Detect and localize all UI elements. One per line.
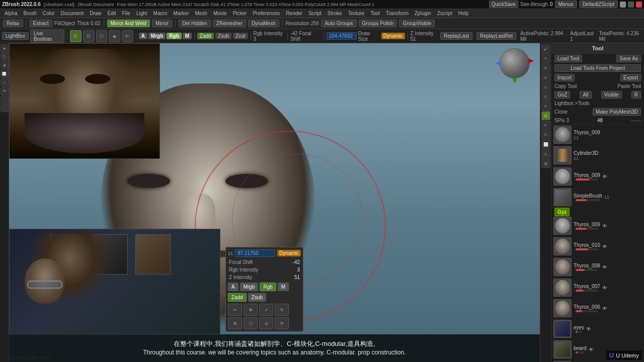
menu-item-zscript[interactable]: Zscript: [435, 10, 455, 17]
load-tool-btn[interactable]: Load Tool: [554, 55, 582, 62]
menu-item-marker[interactable]: Marker: [171, 10, 191, 17]
popup-mrgb-btn[interactable]: Mrgb: [240, 283, 259, 291]
load-from-proj-btn[interactable]: Load Tools From Project: [554, 64, 641, 72]
menu-item-color[interactable]: Color: [40, 10, 57, 17]
popup-extra-3[interactable]: ◎: [259, 317, 273, 329]
popup-extra-1[interactable]: ⊞: [228, 317, 242, 329]
zadd-btn[interactable]: Zadd: [197, 33, 214, 39]
ri-scroll[interactable]: ≡: [541, 54, 550, 63]
zremesher-btn[interactable]: ZRemesher: [213, 20, 246, 27]
ri-floor[interactable]: F: [541, 121, 550, 130]
relax-btn[interactable]: Relax: [3, 20, 23, 27]
menu-item-draw[interactable]: Draw: [87, 10, 104, 17]
menu-item-picker[interactable]: Picker: [230, 10, 250, 17]
goz-btn[interactable]: GoZ: [554, 91, 570, 99]
menu-item-transform[interactable]: Transform: [383, 10, 411, 17]
rotate-icon[interactable]: ↻: [122, 30, 133, 42]
beard-vis[interactable]: 👁: [589, 347, 594, 352]
menus-btn[interactable]: Menus: [555, 1, 577, 8]
frp-thyros-006[interactable]: Thyros_006 👁: [551, 298, 644, 319]
thyros-010-vis[interactable]: 👁: [602, 244, 607, 249]
menu-item-preferences[interactable]: Preferences: [250, 10, 282, 17]
popup-extra-4[interactable]: ⟳: [275, 317, 289, 329]
left-tool-8[interactable]: ↓: [1, 104, 9, 112]
frp-thyros-009c[interactable]: Thyros_009 👁: [551, 216, 644, 236]
replay-lastrel-btn[interactable]: ReplayLastRel: [476, 32, 516, 40]
thyros-006-vis[interactable]: 👁: [602, 306, 607, 311]
thyros-007b-vis[interactable]: 👁: [602, 285, 607, 291]
ri-gyz[interactable]: G: [541, 111, 550, 120]
left-tool-4[interactable]: ⬜: [1, 70, 9, 78]
eyes-vis[interactable]: 👁: [586, 326, 591, 332]
menu-item-help[interactable]: Help: [456, 10, 471, 17]
frp-thyros-007b[interactable]: Thyros_007 👁: [551, 278, 644, 298]
left-tool-6[interactable]: ⊞: [1, 87, 9, 95]
frp-thyros-008[interactable]: Thyros_008 👁: [551, 257, 644, 278]
ri-persp[interactable]: P: [541, 102, 550, 111]
menu-item-brush[interactable]: Brush: [21, 10, 39, 17]
frp-thyros-010[interactable]: Thyros_010 👁: [551, 236, 644, 257]
ri-frame[interactable]: ⬜: [541, 140, 550, 149]
popup-a-btn[interactable]: A: [228, 283, 238, 291]
popup-zsub-btn[interactable]: Zsub: [248, 293, 266, 302]
popup-scale-icon[interactable]: ⤢: [259, 304, 273, 316]
mirror-btn[interactable]: Mirror: [152, 20, 172, 27]
groups-btn[interactable]: Groups Polish: [359, 20, 397, 27]
gyz-btn[interactable]: Gyz: [554, 208, 570, 216]
menu-item-stroke[interactable]: Stroke: [325, 10, 345, 17]
popup-draw-size[interactable]: 97.21750: [235, 249, 275, 257]
popup-zadd-btn[interactable]: Zadd: [228, 293, 247, 302]
menu-item-movie[interactable]: Movie: [211, 10, 229, 17]
lightbox-btn[interactable]: LightBox: [2, 32, 29, 40]
zmirror-btn[interactable]: Mirror And Weld: [107, 20, 150, 27]
frp-thyros-009-b[interactable]: Thyros_009 👁: [551, 166, 644, 187]
minimize-btn[interactable]: [620, 2, 626, 8]
menu-item-render[interactable]: Render: [283, 10, 305, 17]
left-tool-7[interactable]: ↑: [1, 96, 9, 104]
channel-rgb-btn[interactable]: Rgb: [167, 33, 181, 39]
left-tool-3[interactable]: ◉: [1, 61, 9, 69]
menu-item-document[interactable]: Document: [58, 10, 87, 17]
menu-item-tool[interactable]: Tool: [368, 10, 382, 17]
dynamic-btn[interactable]: Dynamic: [381, 33, 405, 39]
menu-item-macro[interactable]: Macro: [151, 10, 170, 17]
export-btn[interactable]: Export: [620, 74, 641, 81]
quicksave-btn[interactable]: QuickSave: [489, 1, 518, 8]
popup-move-icon[interactable]: ✥: [244, 304, 258, 316]
all-btn[interactable]: All: [580, 91, 591, 99]
dynamesh-btn[interactable]: DynaMesh: [248, 20, 279, 27]
import-btn[interactable]: Import: [554, 74, 575, 81]
ri-actual[interactable]: A: [541, 73, 550, 82]
close-btn[interactable]: [636, 2, 642, 8]
script-btn[interactable]: DefaultZScript: [579, 1, 618, 8]
popup-extra-2[interactable]: ⬡: [244, 317, 258, 329]
frp-simplebrush[interactable]: SimpleBrush 11: [551, 187, 644, 208]
left-tool-1[interactable]: ■: [1, 44, 9, 52]
extract-btn[interactable]: Extract: [30, 20, 52, 27]
menu-item-mesh[interactable]: Mesh: [193, 10, 210, 17]
popup-rgb-btn[interactable]: Rgb: [260, 283, 276, 291]
nav-sphere[interactable]: [500, 48, 535, 83]
autogroups-btn[interactable]: Auto Groups: [321, 20, 356, 27]
ri-zoom[interactable]: ⊕: [541, 63, 550, 72]
menu-item-texture[interactable]: Texture: [346, 10, 367, 17]
channel-a-btn[interactable]: A: [139, 33, 147, 39]
ri-dyn[interactable]: D: [541, 92, 550, 101]
liveboolean-btn[interactable]: Live Boolean: [30, 30, 64, 43]
menu-item-file[interactable]: File: [120, 10, 133, 17]
popup-m-btn[interactable]: M: [278, 283, 289, 291]
zsub-btn[interactable]: Zsub: [215, 33, 231, 39]
menu-item-script[interactable]: Script: [306, 10, 324, 17]
menu-item-alpha[interactable]: Alpha: [2, 10, 20, 17]
groupvisible-btn[interactable]: GroupVisible: [399, 20, 435, 27]
frp-eyes[interactable]: eyes 👁: [551, 319, 644, 339]
menu-item-edit[interactable]: Edit: [105, 10, 119, 17]
left-tool-2[interactable]: ⬛: [1, 53, 9, 61]
thyros-009c-vis[interactable]: 👁: [602, 223, 607, 229]
scan-icon[interactable]: ◈: [109, 30, 120, 42]
thyros-009b-vis[interactable]: 👁: [602, 174, 607, 179]
popup-dynamic-btn[interactable]: Dynamic: [277, 250, 301, 256]
ri-linefill[interactable]: ▥: [541, 159, 550, 168]
ri-rotate[interactable]: ↻: [541, 130, 550, 139]
zcut-btn[interactable]: Zcut: [233, 33, 248, 39]
